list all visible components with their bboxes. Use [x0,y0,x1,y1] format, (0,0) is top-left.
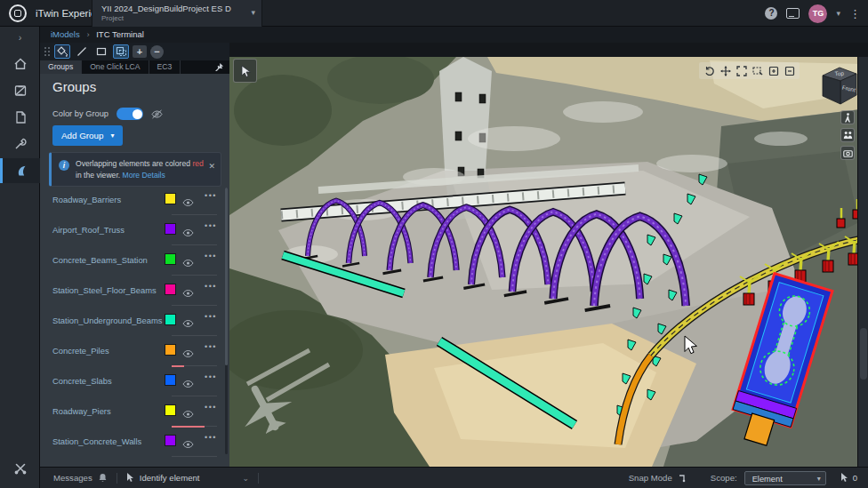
group-name[interactable]: Roadway_Piers [52,406,111,416]
zoom-out-icon[interactable] [783,64,796,77]
sidebar-item-documents[interactable] [0,105,40,130]
avatar[interactable]: TG [808,4,827,23]
group-name[interactable]: Roadway_Barriers [52,195,121,204]
sidebar-item-home[interactable] [0,52,40,76]
tab-one-click-lca[interactable]: One Click LCA [82,60,149,74]
group-menu-button[interactable]: ••• [205,191,217,200]
viewport[interactable]: Top Front [229,43,868,467]
group-color-swatch[interactable] [165,194,175,204]
people-tool-button[interactable] [840,128,855,142]
group-color-swatch[interactable] [165,436,175,445]
group-name[interactable]: Airport_Roof_Truss [52,225,125,235]
chevron-down-icon[interactable]: ▾ [251,8,255,17]
group-color-swatch[interactable] [165,345,175,355]
group-menu-button[interactable]: ••• [205,433,217,442]
group-name[interactable]: Station_Underground_Beams [52,316,163,325]
breadcrumb-imodels[interactable]: iModels [51,29,80,39]
groups-list: Roadway_Barriers•••Airport_Roof_Truss•••… [52,186,217,458]
home-icon [13,57,28,71]
group-color-swatch[interactable] [165,405,175,415]
eye-icon[interactable] [182,285,194,301]
camera-tool-button[interactable] [840,146,855,160]
notification-bell-icon[interactable] [98,473,108,483]
group-name[interactable]: Concrete_Beams_Station [52,255,148,265]
chevron-small-icon[interactable]: ⌄ [242,474,249,483]
group-row: Station_Underground_Beams••• [52,307,217,337]
feedback-icon[interactable] [786,8,800,19]
help-button[interactable]: ? [765,7,777,20]
eye-slash-icon[interactable] [151,109,163,119]
scope-select[interactable]: Element ▾ [744,471,826,485]
group-color-swatch[interactable] [165,375,175,385]
messages-button[interactable]: Messages [53,473,92,483]
panel-drag-handle[interactable] [860,328,867,380]
snap-mode-icon[interactable] [679,474,687,483]
more-details-link[interactable]: More Details [123,171,165,180]
rectangle-icon [96,46,107,57]
group-select-tool[interactable] [113,44,129,59]
group-menu-button[interactable]: ••• [205,372,217,381]
more-menu-icon[interactable]: ⋮ [849,7,861,20]
snap-mode-label[interactable]: Snap Mode [629,473,672,483]
tab-groups[interactable]: Groups [40,60,82,74]
tab-ec3[interactable]: EC3 [149,60,181,74]
banner-close-icon[interactable]: ✕ [208,162,215,171]
eye-icon[interactable] [182,225,194,241]
group-menu-button[interactable]: ••• [205,403,217,412]
viewer-select-tool-button[interactable] [233,59,257,83]
group-name[interactable]: Concrete_Slabs [52,376,112,386]
group-name[interactable]: Station_Concrete_Walls [52,436,141,446]
add-to-group-button[interactable]: + [133,45,147,58]
group-menu-button[interactable]: ••• [205,342,217,351]
identify-element-label[interactable]: Identify element [140,473,200,483]
pin-panel-button[interactable] [215,60,224,74]
color-by-group-toggle[interactable] [117,108,143,120]
eye-icon[interactable] [182,406,194,422]
eye-icon[interactable] [182,255,194,271]
color-by-group-label: Color by Group [52,109,108,118]
eye-icon[interactable] [182,436,194,452]
select-element-tool[interactable] [54,44,70,59]
undo-view-icon[interactable] [703,64,716,77]
group-name[interactable]: Concrete_Piles [52,346,109,356]
line-tool[interactable] [74,44,90,59]
add-group-caret-icon: ▾ [110,132,114,140]
eye-icon[interactable] [182,195,194,211]
eye-icon[interactable] [182,316,194,332]
page-title: Groups [52,79,96,94]
sidebar-expand-button[interactable]: › [0,28,40,46]
document-icon [13,110,28,124]
sidebar-item-carbon-analysis[interactable] [0,158,40,183]
group-color-swatch[interactable] [165,224,175,234]
group-menu-button[interactable]: ••• [205,282,217,291]
info-banner: i Overlapping elements are colored red i… [49,152,221,187]
group-color-swatch[interactable] [165,254,175,264]
group-menu-button[interactable]: ••• [205,252,217,260]
sidebar-item-admin[interactable] [0,456,40,481]
eye-icon[interactable] [182,346,194,362]
group-divider [172,214,217,215]
panel-scrollbar[interactable] [225,188,228,454]
zoom-in-icon[interactable] [767,64,780,77]
eye-icon[interactable] [182,376,194,392]
add-group-button[interactable]: Add Group ▾ [52,125,123,146]
drag-handle-icon[interactable] [44,46,51,57]
group-color-swatch[interactable] [165,315,175,324]
project-tab[interactable]: YII 2024_DesignBuildProject ES D Project… [92,0,262,27]
remove-from-group-button[interactable]: − [150,45,164,59]
window-area-icon[interactable] [751,64,764,77]
group-name[interactable]: Station_Steel_Floor_Beams [52,285,157,295]
fit-view-icon[interactable] [735,64,748,77]
view-cube[interactable]: Top Front [815,64,861,110]
sidebar-item-imodels[interactable] [0,78,40,103]
sidebar-item-tools[interactable] [0,132,40,156]
group-color-swatch[interactable] [165,284,175,294]
walk-tool-button[interactable] [840,110,855,124]
pan-icon[interactable] [719,64,732,77]
group-menu-button[interactable]: ••• [205,221,217,230]
rectangle-tool[interactable] [93,44,109,59]
group-menu-button[interactable]: ••• [205,312,217,321]
group-row: Station_Steel_Floor_Beams••• [52,276,217,307]
banner-text-after: in the viewer. [76,171,123,180]
account-chevron-icon[interactable]: ▾ [836,9,840,18]
